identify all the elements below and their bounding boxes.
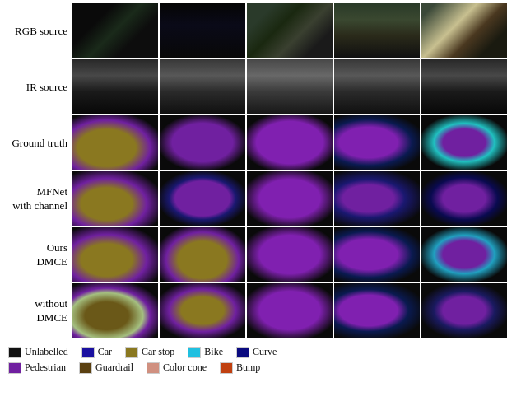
ir-img-1 [72, 59, 158, 114]
curve-swatch [236, 347, 249, 358]
colorcone-swatch [147, 362, 160, 374]
legend-curve: Curve [236, 346, 277, 358]
rgb-img-2 [160, 3, 245, 58]
legend-bump: Bump [220, 362, 260, 374]
without-img-1 [72, 283, 158, 338]
bike-swatch [188, 347, 201, 358]
gt-img-5 [421, 115, 507, 170]
legend-guardrail: Guardrail [79, 362, 133, 374]
rgb-img-4 [334, 3, 420, 58]
ir-img-2 [160, 59, 245, 114]
gt-img-2 [160, 115, 245, 170]
rgb-img-1 [72, 3, 158, 58]
ours-img-3 [247, 227, 333, 282]
legend-area: Unlabelled Car Car stop Bike Curve [0, 339, 507, 377]
row-label-ours: OursDMCE [0, 227, 72, 283]
bump-label: Bump [236, 362, 260, 374]
main-container: RGB source IR source Ground truth MFNetw… [0, 0, 507, 420]
without-img-4 [334, 283, 420, 338]
mfnet-img-1 [72, 171, 158, 226]
images-grid [72, 3, 507, 339]
unlabelled-swatch [8, 347, 21, 358]
ours-img-4 [334, 227, 420, 282]
carstop-swatch [125, 347, 138, 358]
legend-unlabelled: Unlabelled [8, 346, 68, 358]
ours-img-2 [160, 227, 245, 282]
rgb-img-5 [421, 3, 507, 58]
without-img-2 [160, 283, 245, 338]
row-label-ir: IR source [0, 59, 72, 115]
gt-img-1 [72, 115, 158, 170]
without-img-5 [421, 283, 507, 338]
guardrail-swatch [79, 362, 92, 374]
row-label-gt: Ground truth [0, 115, 72, 171]
ir-img-4 [334, 59, 420, 114]
gt-img-4 [334, 115, 420, 170]
row-labels: RGB source IR source Ground truth MFNetw… [0, 3, 72, 339]
pedestrian-label: Pedestrian [25, 362, 66, 374]
car-label: Car [98, 346, 112, 358]
ours-img-1 [72, 227, 158, 282]
car-swatch [81, 347, 95, 358]
ir-img-5 [421, 59, 507, 114]
curve-label: Curve [253, 346, 277, 358]
without-img-3 [247, 283, 333, 338]
ours-img-5 [421, 227, 507, 282]
rgb-img-3 [247, 3, 333, 58]
legend-colorcone: Color cone [147, 362, 207, 374]
mfnet-img-2 [160, 171, 245, 226]
grid-area: RGB source IR source Ground truth MFNetw… [0, 3, 507, 339]
legend-pedestrian: Pedestrian [8, 362, 66, 374]
carstop-label: Car stop [142, 346, 174, 358]
legend-car: Car [81, 346, 112, 358]
legend-bike: Bike [188, 346, 223, 358]
mfnet-img-3 [247, 171, 333, 226]
guardrail-label: Guardrail [95, 362, 133, 374]
colorcone-label: Color cone [163, 362, 207, 374]
ir-img-3 [247, 59, 333, 114]
row-label-rgb: RGB source [0, 3, 72, 59]
mfnet-img-5 [421, 171, 507, 226]
bump-swatch [220, 362, 233, 374]
row-label-mfnet: MFNetwith channel [0, 171, 72, 227]
row-label-without: withoutDMCE [0, 283, 72, 339]
pedestrian-swatch [8, 362, 21, 374]
mfnet-img-4 [334, 171, 420, 226]
legend-row-1: Unlabelled Car Car stop Bike Curve [8, 346, 499, 358]
legend-row-2: Pedestrian Guardrail Color cone Bump [8, 362, 499, 374]
unlabelled-label: Unlabelled [25, 346, 68, 358]
legend-carstop: Car stop [125, 346, 174, 358]
bike-label: Bike [204, 346, 223, 358]
gt-img-3 [247, 115, 333, 170]
